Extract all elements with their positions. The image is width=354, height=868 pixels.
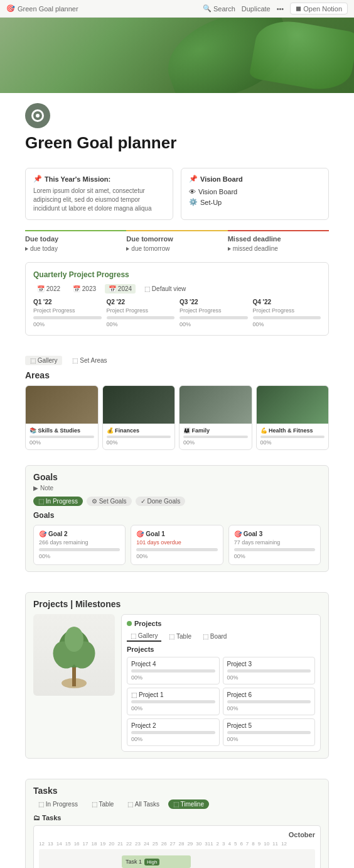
skills-image [26,386,98,424]
qtab-2024[interactable]: 📅 2024 [105,284,136,294]
goal-card-2[interactable]: 🎯 Goal 2 266 days remaining 00% [33,525,126,565]
goals-tab-done[interactable]: ✓ Done Goals [136,497,186,506]
qtab-2022[interactable]: 📅 2022 [33,284,64,294]
quarterly-title: Quarterly Project Progress [33,270,321,279]
set-areas-tab[interactable]: ⬚ Set Areas [67,356,112,365]
area-card-skills[interactable]: 📚 Skills & Studies 00% [25,385,99,450]
goals-tab-inprogress[interactable]: ⬚ In Progress [33,497,83,506]
mission-text: Lorem ipsum dolor sit amet, consectetur … [33,187,165,213]
area-card-family[interactable]: 👨‍👩‍👧 Family 00% [179,385,252,450]
task1-bar: Task 1 High [122,855,191,868]
due-missed-col: Missed deadline missed deadline [228,230,329,252]
proj-3-bar [227,669,311,673]
task1-row: Task 1 High [39,849,315,868]
notion-icon: ◼ [296,4,301,13]
plant-image [33,614,115,696]
due-row: Due today due today Due tomorrow due tom… [0,230,354,262]
proj-card-6[interactable]: Project 6 00% [223,688,316,715]
area-tabs: ⬚ Gallery ⬚ Set Areas [25,356,329,365]
top-bar-actions: 🔍 Search Duplicate ••• ◼ Open Notion [203,3,348,14]
proj-tab-gallery[interactable]: ⬚ Gallery [127,631,161,642]
q4-card: Q4 '22 Project Progress 00% [253,299,321,327]
q3-sub: Project Progress [180,307,248,314]
q3-bar [180,316,248,319]
tasks-tab-table[interactable]: ⬚ Table [87,799,119,809]
health-name: 💪 Health & Fitness [260,427,325,434]
open-notion-button[interactable]: ◼ Open Notion [290,3,348,14]
finances-bar [107,436,171,438]
goals-tabs: ⬚ In Progress ⚙ Set Goals ✓ Done Goals [33,497,321,506]
quarterly-section: Quarterly Project Progress 📅 2022 📅 2023… [0,262,354,356]
pin-icon: 📌 [33,175,42,183]
hero-decoration [0,18,354,93]
due-today-label: Due today [25,230,126,245]
q1-sub: Project Progress [33,307,102,314]
gear-icon: ⚙️ [189,198,198,206]
finances-pct: 00% [107,439,171,446]
proj-icon: ⬚ [131,691,137,698]
arrow-icon-note: ▶ [33,485,38,492]
goals-section: Goals ▶ Note ⬚ In Progress ⚙ Set Goals ✓… [0,465,354,592]
areas-grid: 📚 Skills & Studies 00% 💰 Finances 00% 👨‍… [25,385,329,450]
tasks-tabs: ⬚ In Progress ⬚ Table ⬚ All Tasks ⬚ Time… [33,799,321,809]
search-button[interactable]: 🔍 Search [203,4,235,13]
skills-pct: 00% [30,439,94,446]
proj-card-3[interactable]: Project 3 00% [223,657,316,684]
skills-name: 📚 Skills & Studies [30,427,94,434]
goal-card-1[interactable]: 🎯 Goal 1 101 days overdue 00% [131,525,223,565]
proj-tab-table[interactable]: ⬚ Table [165,631,195,642]
proj-2-bar [131,731,215,734]
goal-card-3[interactable]: 🎯 Goal 3 77 days remaining 00% [228,525,321,565]
goals-grid: 🎯 Goal 2 266 days remaining 00% 🎯 Goal 1… [33,525,321,565]
top-bar-title-area: 🎯 Green Goal planner [6,4,78,13]
proj-3-name: Project 3 [227,661,311,667]
mission-card: 📌 This Year's Mission: Lorem ipsum dolor… [25,168,173,220]
timeline-dates-row: 121314151617 181920212223 242526272829 3… [39,841,315,849]
eye-icon: 👁 [189,188,196,195]
tasks-tab-inprogress[interactable]: ⬚ In Progress [33,799,83,809]
due-tomorrow-item: due tomorrow [126,245,227,252]
q4-bar [253,316,321,319]
proj-2-name: Project 2 [131,722,215,729]
skills-info: 📚 Skills & Studies 00% [26,424,98,449]
proj-card-2[interactable]: Project 2 00% [127,718,220,746]
proj-card-1[interactable]: ⬚ Project 1 00% [127,688,220,715]
q3-pct: 00% [180,321,248,327]
top-bar-title: Green Goal planner [18,5,78,13]
goal-icon-2: 🎯 [39,530,46,537]
goal-2-title: 🎯 Goal 2 [39,530,120,537]
area-card-finances[interactable]: 💰 Finances 00% [102,385,176,450]
proj-5-name: Project 5 [227,722,311,729]
health-image [257,386,329,424]
tasks-tab-all[interactable]: ⬚ All Tasks [122,799,164,809]
proj-inner-title: Projects [134,620,161,627]
proj-card-4[interactable]: Project 4 00% [127,657,220,684]
proj-tab-board[interactable]: ⬚ Board [199,631,230,642]
proj-1-bar [131,700,215,703]
duplicate-button[interactable]: Duplicate [242,5,271,13]
vision-link[interactable]: 👁 Vision Board [189,187,321,197]
proj-card-5[interactable]: Project 5 00% [223,718,316,746]
more-button[interactable]: ••• [277,5,284,13]
goals-note: ▶ Note [33,485,321,492]
pin-icon-2: 📌 [189,175,198,183]
gallery-tab[interactable]: ⬚ Gallery [25,356,62,365]
q2-pct: 00% [107,321,175,327]
family-info: 👨‍👩‍👧 Family 00% [180,424,252,449]
tasks-tab-timeline[interactable]: ⬚ Timeline [168,799,209,809]
qtab-2023[interactable]: 📅 2023 [69,284,100,294]
vision-title: 📌 Vision Board [189,175,321,183]
health-pct: 00% [260,439,325,446]
due-today-item: due today [25,245,126,252]
qtab-default[interactable]: ⬚ Default view [141,284,190,294]
goals-tab-set[interactable]: ⚙ Set Goals [87,497,132,506]
proj-6-name: Project 6 [227,691,311,698]
area-card-health[interactable]: 💪 Health & Fitness 00% [256,385,330,450]
setup-link[interactable]: ⚙️ Set-Up [189,197,321,207]
goals-box: Goals ▶ Note ⬚ In Progress ⚙ Set Goals ✓… [25,465,329,572]
arrow-icon-2 [126,247,129,251]
goal-icon-1: 🎯 [136,530,144,537]
due-tomorrow-col: Due tomorrow due tomorrow [126,230,227,252]
finances-image [103,386,175,424]
dates-left: 121314151617 181920212223 242526272829 3… [39,841,210,847]
